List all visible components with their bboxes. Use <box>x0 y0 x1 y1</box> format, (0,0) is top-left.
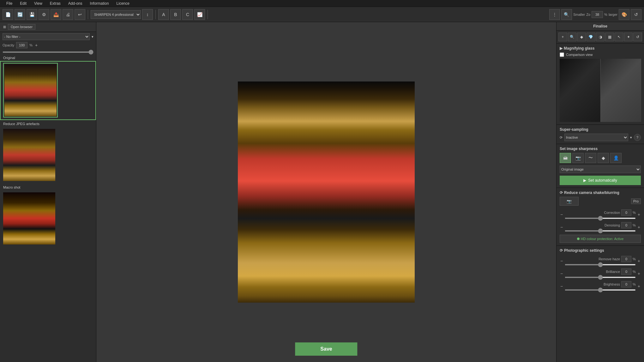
toolbar-open-btn[interactable]: 🔄 <box>15 9 25 20</box>
rt-grid-btn[interactable]: ▦ <box>605 33 614 41</box>
remove-haze-plus[interactable]: + <box>637 258 641 263</box>
set-automatically-button[interactable]: ▶ Set automatically <box>560 176 641 185</box>
denoising-minus-btn[interactable]: − <box>560 225 563 230</box>
denoising-slider[interactable] <box>565 230 636 232</box>
rt-cursor-btn[interactable]: ↖ <box>615 33 623 41</box>
zoom-input[interactable] <box>592 11 603 18</box>
brilliance-value[interactable] <box>621 268 631 275</box>
toolbar-rotate-btn[interactable]: ↺ <box>631 9 641 20</box>
toolbar-new-btn[interactable]: 📄 <box>3 9 13 20</box>
toolbar-btn-graph[interactable]: 📈 <box>194 9 205 20</box>
camera-icons-row: 📷 Pro <box>560 197 641 206</box>
camera-shake-icon-btn[interactable]: 📷 <box>560 197 579 206</box>
sharpness-icon-portrait[interactable]: 📷 <box>572 153 584 163</box>
remove-haze-label: Remove haze <box>565 257 620 261</box>
rt-plus-btn[interactable]: + <box>558 33 567 41</box>
correction-plus-btn[interactable]: + <box>637 212 641 217</box>
sharpness-icon-diamond[interactable]: ◆ <box>598 153 609 163</box>
zoom-area: ⋮ 🔍 Smaller Zo % larger 🎨 ↺ <box>549 9 641 20</box>
sharpness-icon-landscape[interactable]: 🏔 <box>560 153 571 163</box>
toolbar-undo-btn[interactable]: ↩ <box>75 9 85 20</box>
rt-half-btn[interactable]: ◑ <box>596 33 605 41</box>
brightness-plus[interactable]: + <box>637 284 641 289</box>
save-button[interactable]: Save <box>295 342 357 356</box>
brightness-value[interactable] <box>621 281 631 287</box>
preset-macro-thumbnail[interactable] <box>0 190 96 247</box>
photo-settings-section: ⟳ Photographic settings − Remove haze % … <box>557 246 644 295</box>
rt-wand-btn[interactable]: ✦ <box>624 33 633 41</box>
denoising-value[interactable] <box>621 222 631 228</box>
menu-extras[interactable]: Extras <box>46 0 64 7</box>
opacity-input[interactable] <box>16 42 27 48</box>
toolbar-save-btn[interactable]: 💾 <box>27 9 37 20</box>
toolbar-export-btn[interactable]: 📤 <box>51 9 61 20</box>
correction-value[interactable] <box>621 209 631 216</box>
denoising-pct: % <box>633 223 636 227</box>
opacity-pct: % <box>29 43 33 47</box>
denoising-plus-btn[interactable]: + <box>637 225 641 230</box>
denoising-label: Denoising <box>565 223 620 227</box>
main-layout: ⊞ Open browser - No filter - ▾ Opacity %… <box>0 22 644 362</box>
rt-refresh-btn[interactable]: ↺ <box>633 33 642 41</box>
comparison-view-label: Comparison view <box>566 53 593 57</box>
toolbar-btn-c[interactable]: C <box>182 9 193 20</box>
brilliance-minus[interactable]: − <box>560 271 563 276</box>
rt-search-btn[interactable]: 🔍 <box>568 33 577 41</box>
brilliance-plus[interactable]: + <box>637 271 641 276</box>
menu-licence[interactable]: Licence <box>113 0 133 7</box>
preset-jpeg-title: Reduce JPEG artefacts <box>0 120 96 127</box>
pro-badge-btn[interactable]: Pro <box>631 198 641 204</box>
correction-slider[interactable] <box>565 218 636 219</box>
menu-view[interactable]: View <box>30 0 46 7</box>
rt-diamond-btn[interactable]: ◆ <box>577 33 586 41</box>
remove-haze-pct: % <box>633 257 636 261</box>
toolbar-settings-btn[interactable]: ⚙ <box>39 9 49 20</box>
toolbar-btn-b[interactable]: B <box>170 9 181 20</box>
comparison-checkbox[interactable] <box>560 52 564 57</box>
brilliance-slider[interactable] <box>565 277 636 278</box>
remove-haze-slider[interactable] <box>565 264 636 265</box>
correction-label: Correction <box>565 211 620 214</box>
toolbar-zoom-mode-btn[interactable]: 🔍 <box>561 9 572 20</box>
set-automatically-label: Set automatically <box>588 178 617 183</box>
supersampling-title: Super-sampling <box>560 127 641 132</box>
supersampling-select[interactable]: Inactive <box>564 134 628 141</box>
remove-haze-minus[interactable]: − <box>560 258 563 263</box>
preset-jpeg-thumbnail[interactable] <box>0 127 96 184</box>
menu-information[interactable]: Information <box>86 0 113 7</box>
rt-gem-btn[interactable]: 💎 <box>587 33 595 41</box>
brilliance-row: − Brilliance % + <box>560 267 641 280</box>
preset-original-thumbnail[interactable] <box>0 61 96 120</box>
magnifying-glass-title: ▶ Magnifying glass <box>560 46 641 51</box>
brilliance-label: Brilliance <box>565 270 620 274</box>
plus-opacity-btn[interactable]: + <box>34 43 38 48</box>
toolbar-arrow-btn[interactable]: ↕ <box>142 9 153 20</box>
supersampling-info-btn[interactable]: ? <box>634 134 641 141</box>
hd-colour-button[interactable]: HD colour protection: Active <box>560 235 641 243</box>
save-btn-container: Save <box>295 342 357 356</box>
open-browser-button[interactable]: Open browser <box>8 24 35 30</box>
remove-haze-value[interactable] <box>621 256 631 262</box>
correction-pct: % <box>633 211 636 214</box>
toolbar-sep-1 <box>88 10 88 19</box>
toolbar-print-btn[interactable]: 🖨 <box>63 9 73 20</box>
brightness-slider[interactable] <box>565 289 636 291</box>
correction-minus-btn[interactable]: − <box>560 212 563 217</box>
zoom-prefix: Zo <box>586 13 590 16</box>
toolbar-dots-btn[interactable]: ⋮ <box>549 9 560 20</box>
opacity-slider[interactable] <box>3 51 93 53</box>
sharpness-icon-person[interactable]: 👤 <box>610 153 622 163</box>
grid-icon: ⊞ <box>3 25 6 29</box>
toolbar-btn-a[interactable]: A <box>158 9 169 20</box>
brightness-minus[interactable]: − <box>560 284 563 289</box>
product-select[interactable]: SHARPEN 4 professional <box>91 10 141 19</box>
sharpness-icon-wave[interactable]: 〜 <box>585 153 596 163</box>
menu-addons[interactable]: Add-ons <box>64 0 86 7</box>
menu-file[interactable]: File <box>3 0 16 7</box>
sharpness-select[interactable]: Original image <box>560 166 641 173</box>
toolbar-color-btn[interactable]: 🎨 <box>619 9 629 20</box>
filter-select[interactable]: - No filter - <box>3 33 90 40</box>
main-canvas-image <box>238 81 415 303</box>
menu-edit[interactable]: Edit <box>16 0 30 7</box>
brightness-pct: % <box>633 282 636 286</box>
